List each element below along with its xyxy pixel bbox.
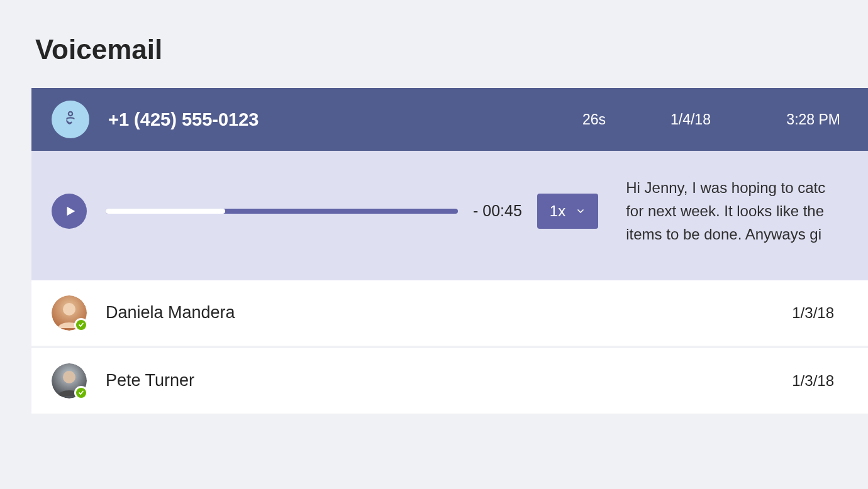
unknown-caller-avatar bbox=[52, 101, 89, 138]
voicemail-row[interactable]: Pete Turner 1/3/18 bbox=[31, 348, 868, 416]
selected-date: 1/4/18 bbox=[670, 111, 727, 128]
speed-label: 1x bbox=[550, 202, 565, 220]
avatar bbox=[52, 295, 87, 331]
time-remaining: - 00:45 bbox=[473, 202, 522, 220]
play-icon bbox=[64, 204, 77, 218]
svg-point-4 bbox=[63, 371, 75, 383]
voicemail-list: +1 (425) 555-0123 26s 1/4/18 3:28 PM - 0… bbox=[31, 88, 868, 416]
chevron-down-icon bbox=[576, 206, 586, 216]
svg-point-0 bbox=[69, 112, 72, 116]
voicemail-row[interactable]: Daniela Mandera 1/3/18 bbox=[31, 280, 868, 348]
caller-name: Daniela Mandera bbox=[106, 303, 792, 322]
presence-available-icon bbox=[74, 318, 88, 332]
voicemail-caller-icon bbox=[60, 107, 81, 131]
caller-name: Pete Turner bbox=[106, 371, 792, 390]
voicemail-selected-header[interactable]: +1 (425) 555-0123 26s 1/4/18 3:28 PM bbox=[31, 88, 868, 151]
voicemail-transcript: Hi Jenny, I was hoping to catc for next … bbox=[626, 176, 848, 246]
avatar bbox=[52, 363, 87, 398]
play-button[interactable] bbox=[52, 194, 87, 229]
caller-number: +1 (425) 555-0123 bbox=[108, 109, 582, 130]
voicemail-row-date: 1/3/18 bbox=[792, 372, 834, 390]
selected-duration: 26s bbox=[582, 111, 620, 128]
presence-available-icon bbox=[74, 386, 88, 400]
svg-point-2 bbox=[63, 303, 75, 316]
selected-meta: 26s 1/4/18 3:28 PM bbox=[582, 111, 840, 128]
playback-speed-selector[interactable]: 1x bbox=[537, 194, 598, 229]
page-title: Voicemail bbox=[0, 0, 868, 88]
player-panel: - 00:45 1x Hi Jenny, I was hoping to cat… bbox=[31, 151, 868, 280]
progress-track[interactable] bbox=[106, 209, 458, 214]
selected-time: 3:28 PM bbox=[777, 111, 840, 128]
voicemail-row-date: 1/3/18 bbox=[792, 304, 834, 322]
progress-fill bbox=[106, 209, 225, 214]
